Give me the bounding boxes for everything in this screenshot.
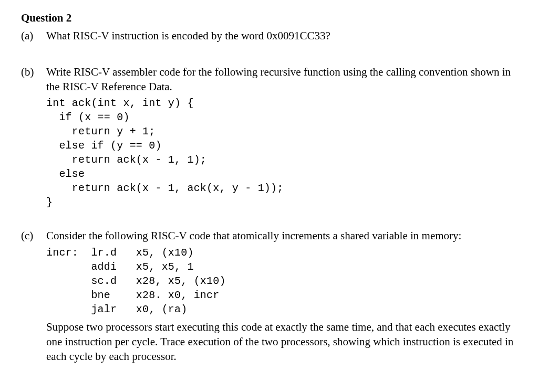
part-c-code: incr: lr.d x5, (x10) addi x5, x5, 1 sc.d… [46,246,517,316]
part-c: (c) Consider the following RISC-V code t… [21,228,517,366]
question-title: Question 2 [21,10,517,25]
part-a: (a) What RISC-V instruction is encoded b… [21,28,517,45]
part-a-text: What RISC-V instruction is encoded by th… [46,28,517,43]
part-b: (b) Write RISC-V assembler code for the … [21,65,517,210]
part-c-text: Consider the following RISC-V code that … [46,228,517,243]
part-c-label: (c) [21,228,46,366]
part-b-code: int ack(int x, int y) { if (x == 0) retu… [46,96,517,209]
part-b-text: Write RISC-V assembler code for the foll… [46,65,517,94]
part-a-label: (a) [21,28,46,45]
part-b-label: (b) [21,65,46,210]
part-a-body: What RISC-V instruction is encoded by th… [46,28,517,45]
part-c-after: Suppose two processors start executing t… [46,320,517,364]
part-b-body: Write RISC-V assembler code for the foll… [46,65,517,210]
part-c-body: Consider the following RISC-V code that … [46,228,517,366]
